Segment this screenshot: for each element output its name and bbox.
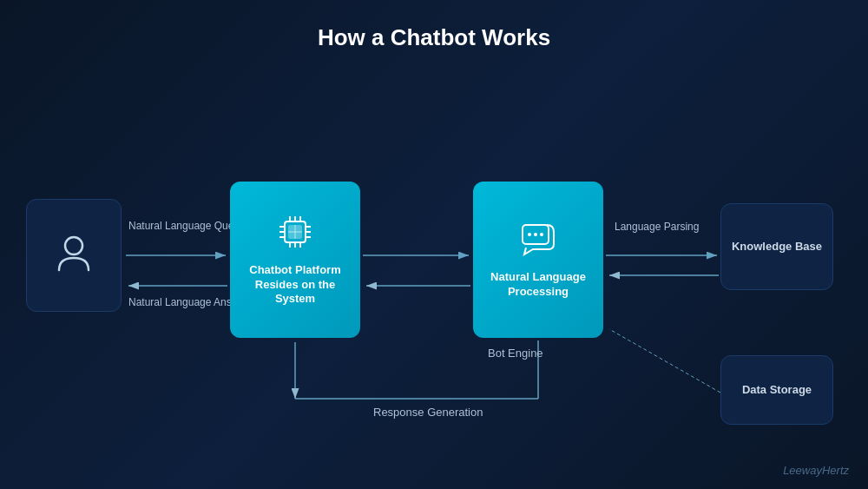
svg-point-31 <box>534 233 537 236</box>
svg-line-11 <box>609 329 720 393</box>
data-storage-box: Data Storage <box>720 355 833 425</box>
svg-point-30 <box>528 233 531 236</box>
user-icon <box>52 232 95 275</box>
page-title: How a Chatbot Works <box>0 0 868 60</box>
bot-engine-label: Bot Engine <box>488 347 543 361</box>
knowledge-base-box: Knowledge Base <box>720 203 833 290</box>
chatbot-platform-label: Chatbot Platform Resides on the System <box>230 260 360 311</box>
data-storage-label: Data Storage <box>735 380 819 401</box>
svg-point-32 <box>540 233 543 236</box>
chatbot-platform-box: Chatbot Platform Resides on the System <box>230 182 360 338</box>
watermark: LeewayHertz <box>783 464 849 477</box>
knowledge-base-label: Knowledge Base <box>725 236 829 258</box>
chat-icon <box>516 216 561 261</box>
response-generation-label: Response Generation <box>373 406 483 420</box>
nlp-label: Natural Language Processing <box>473 267 603 303</box>
nlp-box: Natural Language Processing <box>473 182 603 338</box>
chip-icon <box>273 209 318 254</box>
diagram: Natural Language Question Natural Langua… <box>0 69 868 486</box>
user-box <box>26 199 122 312</box>
svg-point-12 <box>65 237 82 254</box>
language-parsing-label: Language Parsing <box>615 221 699 235</box>
